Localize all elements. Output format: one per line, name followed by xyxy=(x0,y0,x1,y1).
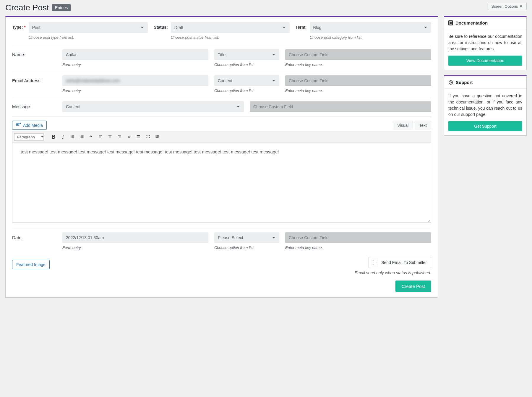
name-map-select[interactable]: Title xyxy=(214,49,279,60)
svg-rect-2 xyxy=(137,138,140,138)
format-select[interactable]: Paragraph xyxy=(14,133,44,141)
date-map-hint: Choose option from list. xyxy=(214,245,279,250)
email-custom-field xyxy=(285,75,431,86)
svg-rect-3 xyxy=(156,135,157,136)
align-right-button[interactable] xyxy=(115,132,124,141)
term-label: Term: xyxy=(296,22,307,30)
email-label: Email Address: xyxy=(12,75,56,83)
term-select[interactable]: Blog xyxy=(310,22,431,33)
link-button[interactable] xyxy=(125,132,134,141)
editor-textarea[interactable]: test message! test message! test message… xyxy=(12,143,431,223)
main-panel: Type: * Post Choose post type from list.… xyxy=(5,16,438,298)
entries-badge[interactable]: Entries xyxy=(52,4,71,11)
send-email-hint: Email send only when status is published… xyxy=(355,270,431,275)
add-media-button[interactable]: Add Media xyxy=(12,121,47,130)
documentation-title: Documentation xyxy=(455,20,488,25)
svg-rect-6 xyxy=(156,136,157,137)
align-center-button[interactable] xyxy=(106,132,115,141)
status-hint: Choose post status from list. xyxy=(171,35,290,40)
life-ring-icon xyxy=(448,80,453,85)
resize-handle[interactable] xyxy=(427,219,430,222)
email-map-select[interactable]: Content xyxy=(214,75,279,86)
fullscreen-button[interactable] xyxy=(144,132,153,141)
media-icon xyxy=(16,123,21,128)
bold-button[interactable]: B xyxy=(49,132,58,141)
message-label: Message: xyxy=(12,101,56,109)
page-title: Create Post xyxy=(5,3,49,12)
term-hint: Choose post category from list. xyxy=(310,35,431,40)
svg-rect-5 xyxy=(158,135,159,136)
type-hint: Choose post type from list. xyxy=(29,35,148,40)
name-hint: Form entry. xyxy=(62,62,208,67)
svg-rect-0 xyxy=(137,135,140,137)
date-custom-field xyxy=(285,232,431,243)
create-post-button[interactable]: Create Post xyxy=(395,281,431,292)
documentation-panel: Documentation Be sure to reference our d… xyxy=(444,16,527,70)
numbered-list-button[interactable] xyxy=(77,132,86,141)
svg-rect-7 xyxy=(157,136,158,137)
toolbar-toggle-button[interactable] xyxy=(153,132,162,141)
type-select[interactable]: Post xyxy=(29,22,148,33)
screen-options-label: Screen Options xyxy=(492,4,518,9)
svg-rect-4 xyxy=(157,135,158,136)
send-email-checkbox-wrap[interactable]: Send Email To Submitter xyxy=(369,257,431,268)
name-label: Name: xyxy=(12,49,56,57)
blockquote-button[interactable] xyxy=(87,132,96,141)
view-documentation-button[interactable]: View Documentation xyxy=(448,56,522,66)
bullet-list-button[interactable] xyxy=(68,132,77,141)
italic-button[interactable]: I xyxy=(59,132,67,141)
name-map-hint: Choose option from list. xyxy=(214,62,279,67)
email-custom-hint: Enter meta key name. xyxy=(285,88,431,93)
email-map-hint: Choose option from list. xyxy=(214,88,279,93)
documentation-text: Be sure to reference our documentation a… xyxy=(448,33,522,52)
get-support-button[interactable]: Get Support xyxy=(448,121,522,131)
name-input[interactable] xyxy=(62,49,208,60)
date-label: Date: xyxy=(12,232,56,240)
support-title: Support xyxy=(456,80,473,85)
editor-content: test message! test message! test message… xyxy=(21,149,279,154)
align-left-button[interactable] xyxy=(96,132,105,141)
add-media-label: Add Media xyxy=(23,123,43,128)
book-icon xyxy=(448,20,453,25)
svg-point-11 xyxy=(450,82,452,83)
name-custom-hint: Enter meta key name. xyxy=(285,62,431,67)
svg-rect-1 xyxy=(137,137,140,137)
type-label: Type: * xyxy=(12,22,26,30)
visual-tab[interactable]: Visual xyxy=(393,121,413,130)
screen-options-toggle[interactable]: Screen Options ▼ xyxy=(488,3,527,10)
read-more-button[interactable] xyxy=(134,132,143,141)
svg-rect-8 xyxy=(158,136,159,137)
status-label: Status: xyxy=(154,22,168,30)
message-map-select[interactable]: Content xyxy=(62,101,244,112)
date-custom-hint: Enter meta key name. xyxy=(285,245,431,250)
date-hint: Form entry. xyxy=(62,245,208,250)
featured-image-button[interactable]: Featured Image xyxy=(12,260,50,269)
support-text: If you have a question not covered in th… xyxy=(448,93,522,118)
send-email-label: Send Email To Submitter xyxy=(381,260,427,265)
text-tab[interactable]: Text xyxy=(415,121,431,130)
send-email-checkbox[interactable] xyxy=(373,260,378,265)
date-input[interactable] xyxy=(62,232,208,243)
name-custom-field xyxy=(285,49,431,60)
message-custom-field xyxy=(250,101,431,112)
email-input[interactable]: anika@redactedaddress.com xyxy=(62,75,208,86)
date-map-select[interactable]: Please Select xyxy=(214,232,279,243)
chevron-down-icon: ▼ xyxy=(519,4,523,9)
status-select[interactable]: Draft xyxy=(171,22,290,33)
svg-rect-9 xyxy=(156,137,159,138)
email-hint: Form entry. xyxy=(62,88,208,93)
support-panel: Support If you have a question not cover… xyxy=(444,75,527,136)
